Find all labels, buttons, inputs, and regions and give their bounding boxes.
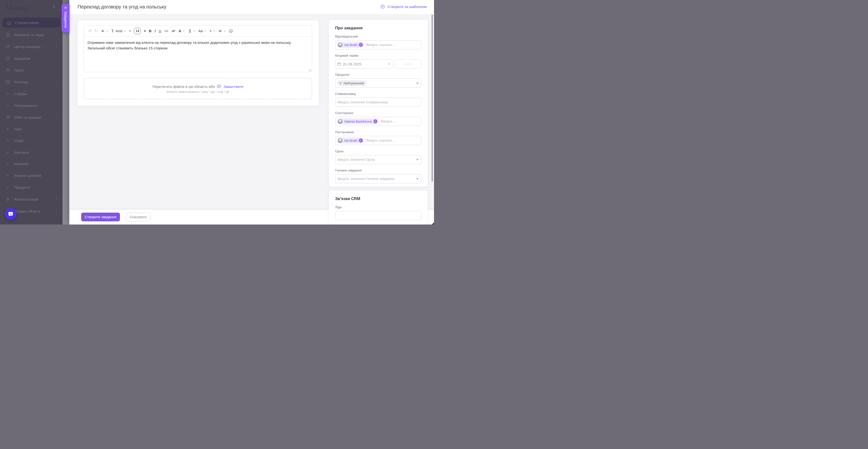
link-button[interactable] (171, 29, 176, 33)
responsible-field[interactable]: Val Brath ✕ (335, 40, 422, 50)
clear-date-icon[interactable]: ✕ (388, 62, 391, 66)
chat-phone-icon (5, 43, 11, 50)
collapsed-drawer-tab[interactable] (58, 4, 62, 16)
sidebar-item-newsfeed[interactable]: Стрічка новин (2, 18, 60, 28)
font-family-button[interactable]: T Arial (112, 29, 126, 33)
group-input[interactable] (337, 157, 414, 162)
deadline-time-field[interactable]: -- : -- (396, 59, 422, 68)
insert-button[interactable]: + (209, 29, 215, 33)
crm-links-title: Зв’язки CRM (335, 196, 422, 201)
template-check-icon (380, 4, 385, 9)
sidebar-item-products[interactable]: Продукти (0, 182, 63, 193)
underline-button[interactable]: U (159, 29, 161, 33)
window-resize-handle[interactable] (432, 222, 434, 224)
home-icon (7, 20, 12, 25)
sidebar-item-leads[interactable]: Ліди (0, 124, 63, 134)
author-label: Постановник (335, 130, 422, 134)
create-task-button[interactable]: Створити завдання (81, 213, 120, 221)
leads-input[interactable] (337, 213, 419, 218)
font-name: Arial (116, 29, 122, 33)
main-task-input[interactable] (337, 177, 414, 181)
highlight-button[interactable] (188, 29, 195, 33)
remove-chip-icon[interactable]: ✕ (359, 43, 363, 47)
sidebar-item-groups[interactable]: Групи (0, 65, 63, 75)
close-icon[interactable]: ✕ (64, 6, 67, 9)
chevron-right-icon (55, 45, 58, 48)
link-icon (171, 29, 176, 33)
chip-name: Valeriia Bashkirova (344, 120, 372, 123)
redo-icon[interactable]: ↻ (94, 28, 98, 33)
font-size-increase-button[interactable]: + (144, 29, 146, 33)
cancel-button[interactable]: Скасувати (126, 213, 150, 221)
font-color-button[interactable]: A (179, 29, 185, 33)
font-size-decrease-button[interactable]: − (129, 29, 131, 33)
observers-label: Спостерігачі (335, 111, 422, 115)
author-input[interactable] (366, 138, 419, 142)
dropdown-arrow-icon[interactable]: ▼ (416, 158, 419, 161)
sidebar-item-companies[interactable]: Компанії (0, 158, 63, 169)
sidebar-item-crm[interactable]: CRM та продажі (0, 112, 63, 123)
sidebar-item-label: Центр комуніка... (14, 44, 55, 49)
vertical-scrollbar[interactable] (432, 14, 433, 182)
leads-label: Ліди (335, 205, 422, 209)
sidebar-item-schedule[interactable]: Розклад (0, 76, 63, 87)
bullet-icon (7, 163, 8, 164)
textarea-resize-handle[interactable] (309, 69, 311, 71)
group-select[interactable]: ▼ (335, 155, 422, 164)
sidebar-item-label: Ліди (14, 127, 58, 131)
text-style-icon: T (112, 29, 114, 33)
dropdown-arrow-icon[interactable]: ▼ (416, 82, 419, 85)
sidebar-item-automation[interactable]: Автоматизація (0, 194, 63, 204)
pin-icon[interactable] (52, 5, 56, 9)
text-case-icon: Aa (198, 29, 203, 33)
italic-button[interactable]: I (154, 29, 156, 33)
upload-link[interactable]: Завантажте (223, 85, 243, 89)
uspacy-logo[interactable]: U•spacy (6, 3, 28, 11)
create-from-template-button[interactable]: Створити за шаблоном (380, 4, 427, 9)
sidebar-item-contacts[interactable]: Контакти (0, 147, 63, 158)
chat-fab-button[interactable] (5, 208, 17, 220)
emoji-button[interactable] (229, 29, 233, 33)
main-task-select[interactable]: ▼ (335, 174, 422, 183)
calendar-check-icon (5, 79, 11, 85)
font-size-value[interactable]: 14 (134, 28, 141, 34)
sidebar-item-tasks[interactable]: Завдання (0, 53, 63, 64)
sidebar-item-company[interactable]: Компанія та люди (0, 29, 63, 40)
code-button[interactable]: <> (164, 29, 169, 33)
bullet-icon (7, 152, 8, 153)
chevron-down-icon (55, 116, 58, 119)
coexecutors-field[interactable] (335, 98, 422, 107)
description-textarea[interactable]: Отримано нове замовлення від клієнта на … (84, 37, 312, 72)
sidebar-item-comm-center[interactable]: Центр комуніка... (0, 41, 63, 52)
leads-field[interactable] (335, 211, 422, 220)
sidebar-item-label: Компанії (14, 162, 58, 166)
undo-icon[interactable]: ↺ (88, 28, 92, 33)
align-button[interactable] (101, 29, 108, 33)
file-dropzone[interactable]: Перетягніть файли в цю область або Заван… (84, 78, 312, 99)
dropdown-arrow-icon[interactable]: ▼ (416, 177, 419, 180)
check-circle-icon (5, 56, 11, 61)
coexecutors-input[interactable] (337, 100, 419, 104)
observers-field[interactable]: Valeriia Bashkirova ✕ (335, 117, 422, 126)
observers-input[interactable] (380, 119, 419, 124)
responsible-chip: Val Brath ✕ (337, 42, 364, 48)
remove-chip-icon[interactable]: ✕ (359, 138, 363, 142)
priority-pill: Нейтральний (337, 81, 367, 86)
chevron-down-icon (204, 30, 207, 32)
bullet-icon (7, 105, 8, 106)
sidebar-item-cases[interactable]: Справи (0, 88, 63, 99)
sidebar-item-reservations[interactable]: Резервування (0, 100, 63, 111)
task-drawer-tab[interactable]: ✕ Завдання (62, 4, 69, 32)
list-button[interactable] (218, 29, 226, 33)
responsible-input[interactable] (366, 43, 419, 47)
remove-chip-icon[interactable]: ✕ (373, 119, 377, 123)
sidebar-item-label: Розумні об'єкти (14, 209, 55, 213)
deadline-date-field[interactable]: 01.09.2025 ✕ (335, 59, 393, 68)
sidebar-item-call-log[interactable]: Журнал дзвінків (0, 170, 63, 181)
sidebar-item-deals[interactable]: Угоди (0, 135, 63, 146)
bold-button[interactable]: B (149, 29, 152, 33)
bullet-icon (7, 140, 8, 141)
author-field[interactable]: Val Brath ✕ (335, 136, 422, 145)
priority-select[interactable]: Нейтральний ▼ (335, 78, 422, 88)
text-case-button[interactable]: Aa (198, 29, 207, 33)
